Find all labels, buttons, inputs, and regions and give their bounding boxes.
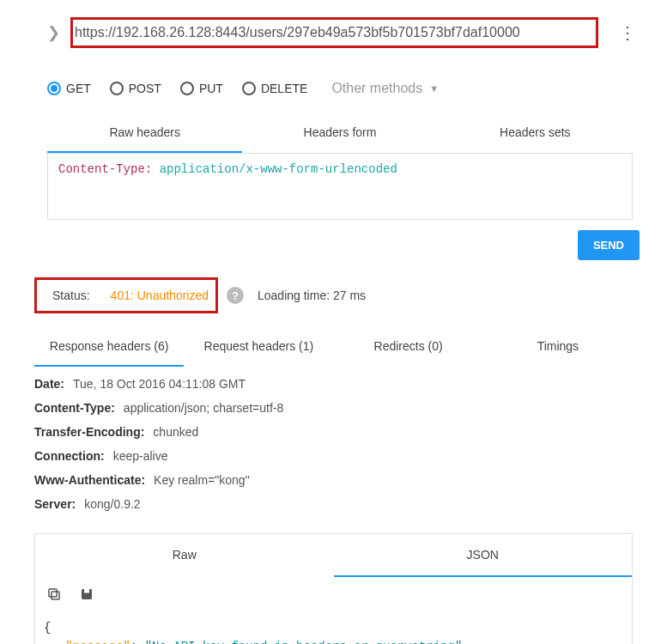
copy-icon[interactable] <box>45 586 63 603</box>
chevron-down-icon: ▼ <box>429 83 439 94</box>
header-row: Www-Authenticate:Key realm="kong" <box>34 468 633 492</box>
svg-rect-1 <box>49 589 57 597</box>
method-put-label: PUT <box>199 82 223 95</box>
tab-timings[interactable]: Timings <box>483 327 633 367</box>
method-put-radio[interactable]: PUT <box>180 82 223 95</box>
method-get-label: GET <box>66 82 91 95</box>
method-delete-radio[interactable]: DELETE <box>242 82 307 95</box>
other-methods-dropdown[interactable]: Other methods ▼ <box>331 81 439 96</box>
expand-icon[interactable]: ❯ <box>47 23 60 42</box>
raw-header-value: application/x-www-form-urlencoded <box>160 162 397 176</box>
loading-time: Loading time: 27 ms <box>258 289 366 302</box>
header-row: Connection:keep-alive <box>34 444 633 468</box>
tab-headers-form[interactable]: Headers form <box>242 113 437 153</box>
svg-rect-3 <box>84 589 89 593</box>
status-label: Status: <box>52 289 90 302</box>
json-body: { "message": "No API key found in header… <box>35 603 632 644</box>
method-get-radio[interactable]: GET <box>47 82 91 95</box>
status-box: Status: 401: Unauthorized <box>34 277 218 313</box>
method-post-label: POST <box>129 82 161 95</box>
header-row: Server:kong/0.9.2 <box>34 492 633 516</box>
response-headers-list: Date:Tue, 18 Oct 2016 04:11:08 GMT Conte… <box>34 372 633 516</box>
status-code: 401: Unauthorized <box>111 289 209 302</box>
tab-body-raw[interactable]: Raw <box>35 534 334 577</box>
help-icon[interactable]: ? <box>227 287 244 304</box>
save-icon[interactable] <box>78 586 95 603</box>
tab-request-headers[interactable]: Request headers (1) <box>184 327 333 367</box>
tab-raw-headers[interactable]: Raw headers <box>47 113 242 153</box>
raw-header-key: Content-Type: <box>58 162 160 176</box>
send-button[interactable]: SEND <box>578 230 640 260</box>
other-methods-label: Other methods <box>331 81 422 96</box>
header-row: Content-Type:application/json; charset=u… <box>34 396 633 420</box>
method-post-radio[interactable]: POST <box>110 82 161 95</box>
method-delete-label: DELETE <box>261 82 307 95</box>
svg-rect-0 <box>52 592 59 599</box>
tab-body-json[interactable]: JSON <box>334 534 633 577</box>
tab-response-headers[interactable]: Response headers (6) <box>34 327 184 367</box>
header-row: Transfer-Encoding:chunked <box>34 420 633 444</box>
header-row: Date:Tue, 18 Oct 2016 04:11:08 GMT <box>34 372 633 396</box>
url-input[interactable] <box>70 17 598 48</box>
tab-headers-sets[interactable]: Headers sets <box>438 113 633 153</box>
kebab-menu-icon[interactable]: ⋮ <box>614 22 641 43</box>
tab-redirects[interactable]: Redirects (0) <box>334 327 483 367</box>
raw-headers-input[interactable]: Content-Type: application/x-www-form-url… <box>47 153 633 220</box>
